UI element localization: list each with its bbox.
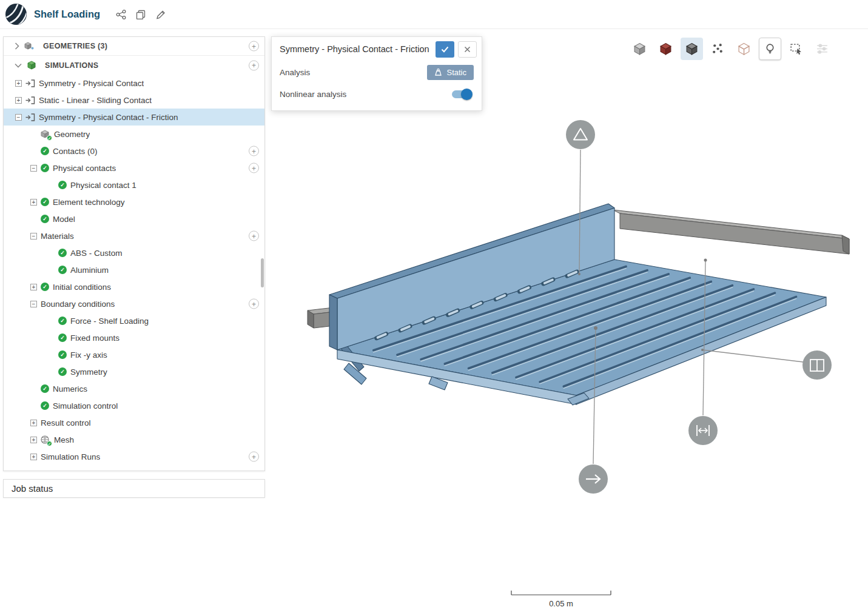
tree-item-initial-conditions[interactable]: +✓Initial conditions — [4, 278, 264, 295]
tree-item-simulation-control[interactable]: ✓Simulation control — [4, 397, 264, 414]
status-check-icon: ✓ — [58, 181, 67, 189]
expand-icon[interactable]: + — [15, 80, 22, 87]
expand-icon[interactable]: + — [30, 437, 37, 443]
wall-rail[interactable] — [613, 210, 849, 254]
tree-item-contacts-0[interactable]: ✓Contacts (0)+ — [4, 142, 264, 159]
tree-item-label: Contacts (0) — [53, 147, 98, 156]
simulations-header[interactable]: SIMULATIONS + — [4, 56, 264, 75]
status-check-icon: ✓ — [41, 147, 49, 155]
tree-item-physical-contacts[interactable]: −✓Physical contacts+ — [4, 159, 264, 176]
geometry-icon: ✓ — [41, 130, 50, 139]
tree-item-physical-contact-1[interactable]: ✓Physical contact 1 — [4, 176, 264, 193]
share-icon[interactable] — [115, 8, 127, 21]
light-toggle-button[interactable] — [759, 38, 781, 60]
tree-item-symmetry-physical-contact-friction[interactable]: −Symmetry - Physical Contact - Friction — [4, 109, 264, 126]
tree-item-abs-custom[interactable]: ✓ABS - Custom — [4, 244, 264, 261]
shaded-view-icon — [633, 42, 646, 55]
status-check-icon: ✓ — [58, 317, 67, 325]
symmetry-plane-marker[interactable] — [802, 350, 832, 380]
tree-scrollbar[interactable] — [261, 258, 264, 287]
light-toggle-icon — [764, 42, 776, 55]
collapse-icon[interactable]: − — [15, 114, 22, 121]
tree-panel: GEOMETRIES (3) + SIMULATIONS + +Symmetry… — [3, 36, 265, 471]
tree-item-model[interactable]: ✓Model — [4, 210, 264, 227]
tree-item-materials[interactable]: −Materials+ — [4, 227, 264, 244]
analysis-row: Analysis Static — [272, 61, 482, 83]
tree-item-boundary-conditions[interactable]: −Boundary conditions+ — [4, 295, 264, 312]
analysis-type-button[interactable]: Static — [427, 65, 474, 80]
add-button[interactable]: + — [249, 231, 259, 241]
copy-icon[interactable] — [135, 8, 147, 21]
status-check-icon: ✓ — [47, 135, 52, 141]
add-button[interactable]: + — [249, 146, 259, 156]
status-check-icon: ✓ — [41, 283, 49, 291]
fixed-support-marker[interactable] — [566, 120, 595, 149]
add-geometry-button[interactable]: + — [249, 41, 259, 52]
tree-item-geometry[interactable]: ✓Geometry — [4, 126, 264, 142]
analysis-type-value: Static — [446, 68, 466, 77]
add-button[interactable]: + — [249, 299, 259, 309]
expand-icon[interactable]: + — [30, 284, 37, 290]
solid-color-view-button[interactable] — [654, 38, 677, 60]
tree-item-label: Static - Linear - Sliding Contact — [39, 96, 152, 105]
selection-settings-icon — [816, 42, 829, 55]
tree-item-label: Initial conditions — [53, 283, 111, 292]
job-status-bar[interactable]: Job status — [3, 479, 265, 498]
tree-item-label: Force - Shelf Loading — [70, 317, 149, 326]
tree-item-label: Numerics — [53, 384, 87, 394]
tree-item-label: Model — [53, 215, 75, 224]
pencil-icon[interactable] — [155, 8, 167, 21]
tree-item-label: Fix -y axis — [70, 350, 107, 360]
simulation-icon — [25, 113, 35, 121]
dialog-header: Symmetry - Physical Contact - Friction — [272, 37, 482, 61]
tree-item-symmetry-physical-contact[interactable]: +Symmetry - Physical Contact — [4, 75, 264, 92]
add-simulation-button[interactable]: + — [249, 60, 259, 70]
tree-item-force-shelf-loading[interactable]: ✓Force - Shelf Loading — [4, 312, 264, 329]
status-check-icon: ✓ — [58, 350, 67, 359]
tree-item-static-linear-sliding-contact[interactable]: +Static - Linear - Sliding Contact — [4, 92, 264, 109]
transparent-view-icon — [738, 42, 750, 55]
simulations-label: SIMULATIONS — [45, 61, 98, 70]
shaded-edges-view-icon — [685, 42, 698, 55]
expand-icon[interactable]: + — [15, 97, 22, 104]
force-direction-marker[interactable] — [579, 464, 608, 494]
tree-item-result-control[interactable]: +Result control — [4, 414, 264, 431]
tree-item-aluminium[interactable]: ✓Aluminium — [4, 261, 264, 278]
point-cloud-view-button[interactable] — [707, 38, 729, 60]
confirm-button[interactable] — [436, 41, 454, 58]
shaded-edges-view-button[interactable] — [681, 38, 703, 60]
status-check-icon: ✓ — [47, 441, 52, 446]
shaded-view-button[interactable] — [628, 38, 651, 60]
tree-item-element-technology[interactable]: +✓Element technology — [4, 193, 264, 210]
expand-icon[interactable]: + — [30, 199, 37, 206]
nonlinear-toggle[interactable] — [452, 90, 471, 98]
chevron-right-icon[interactable] — [15, 42, 19, 50]
status-check-icon: ✓ — [58, 367, 67, 376]
collapse-icon[interactable]: − — [30, 233, 37, 240]
expand-icon[interactable]: + — [30, 420, 37, 426]
3d-viewport[interactable]: 0.05 m — [265, 29, 868, 610]
expand-icon[interactable]: + — [30, 454, 37, 460]
chevron-down-icon[interactable] — [15, 63, 22, 68]
tree-item-fixed-mounts[interactable]: ✓Fixed mounts — [4, 329, 264, 346]
tree-item-label: Geometry — [54, 130, 90, 139]
tree-item-label: Simulation Runs — [41, 452, 100, 461]
tree-item-label: Materials — [41, 232, 74, 241]
close-button[interactable] — [458, 41, 477, 58]
tree-item-fix-y-axis[interactable]: ✓Fix -y axis — [4, 346, 264, 363]
collapse-icon[interactable]: − — [30, 301, 37, 307]
add-button[interactable]: + — [249, 163, 259, 173]
tree-item-symmetry[interactable]: ✓Symmetry — [4, 363, 264, 380]
tree-item-mesh[interactable]: +✓Mesh — [4, 431, 264, 448]
add-button[interactable]: + — [249, 452, 259, 462]
box-select-button[interactable] — [785, 38, 807, 60]
status-check-icon: ✓ — [58, 249, 67, 257]
tree-item-numerics[interactable]: ✓Numerics — [4, 380, 264, 397]
dimension-marker[interactable] — [688, 416, 718, 445]
tree-item-label: Mesh — [54, 435, 74, 444]
transparent-view-button[interactable] — [733, 38, 755, 60]
geometries-header[interactable]: GEOMETRIES (3) + — [4, 37, 264, 56]
tree-item-simulation-runs[interactable]: +Simulation Runs+ — [4, 448, 264, 465]
collapse-icon[interactable]: − — [30, 165, 37, 172]
status-check-icon: ✓ — [41, 164, 49, 172]
